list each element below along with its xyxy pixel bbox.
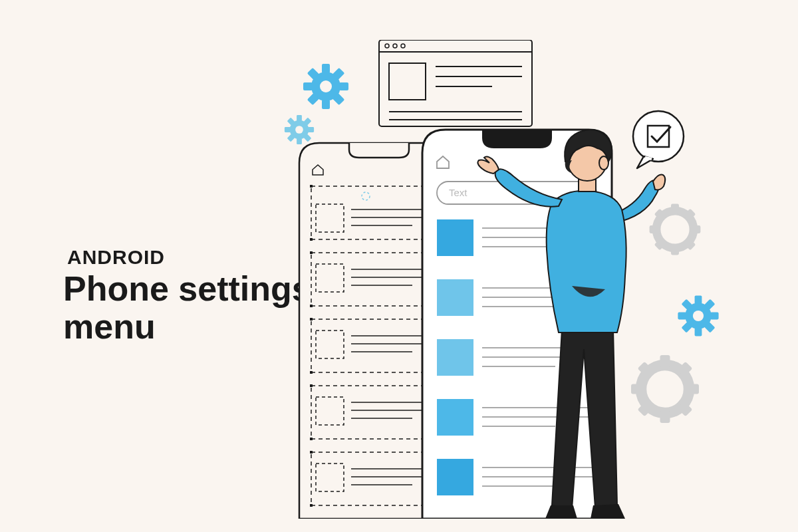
svg-rect-2	[322, 100, 330, 109]
svg-point-97	[633, 111, 684, 162]
svg-rect-14	[308, 127, 314, 132]
title-line-2: menu	[63, 307, 156, 346]
title-line-1: Phone settings	[63, 269, 311, 308]
svg-rect-123	[631, 384, 643, 394]
svg-rect-124	[687, 384, 699, 394]
svg-rect-77	[437, 219, 473, 256]
speech-bubble-checkbox-icon	[633, 111, 684, 168]
svg-rect-1	[322, 64, 330, 73]
svg-rect-12	[297, 138, 302, 144]
gear-icon	[617, 341, 713, 437]
gear-icon	[285, 115, 314, 144]
svg-point-9	[320, 80, 332, 92]
svg-rect-121	[660, 355, 670, 367]
svg-rect-48	[310, 305, 313, 307]
svg-point-19	[295, 126, 303, 134]
svg-rect-114	[710, 313, 719, 320]
svg-rect-55	[310, 318, 313, 321]
svg-point-119	[693, 311, 704, 321]
browser-window-icon	[379, 40, 532, 126]
svg-rect-89	[437, 399, 473, 436]
svg-rect-11	[297, 115, 302, 121]
svg-rect-46	[310, 251, 313, 254]
subtitle: ANDROID	[67, 246, 311, 269]
svg-rect-73	[310, 451, 313, 454]
svg-rect-57	[310, 371, 313, 374]
svg-rect-13	[285, 127, 291, 132]
svg-point-23	[393, 44, 397, 48]
svg-rect-122	[660, 411, 670, 423]
svg-rect-81	[437, 279, 473, 316]
svg-rect-112	[695, 328, 702, 336]
search-placeholder: Text	[449, 187, 467, 198]
svg-rect-66	[310, 438, 313, 440]
svg-rect-75	[310, 504, 313, 507]
gear-icon	[678, 295, 718, 336]
svg-rect-111	[695, 295, 702, 304]
svg-rect-85	[437, 339, 473, 376]
svg-rect-37	[310, 185, 313, 188]
heading-block: ANDROID Phone settings menu	[63, 246, 311, 346]
svg-point-24	[401, 44, 405, 48]
svg-rect-39	[310, 238, 313, 241]
svg-point-22	[385, 44, 389, 48]
title: Phone settings menu	[63, 270, 311, 346]
gear-icon	[303, 64, 348, 109]
illustration: Text	[279, 40, 778, 519]
svg-rect-20	[379, 40, 532, 126]
svg-rect-64	[310, 384, 313, 387]
svg-rect-25	[389, 63, 426, 100]
svg-rect-113	[678, 313, 686, 320]
svg-point-109	[666, 221, 684, 238]
svg-rect-3	[303, 82, 313, 90]
svg-rect-4	[339, 82, 348, 90]
svg-rect-93	[437, 459, 473, 495]
